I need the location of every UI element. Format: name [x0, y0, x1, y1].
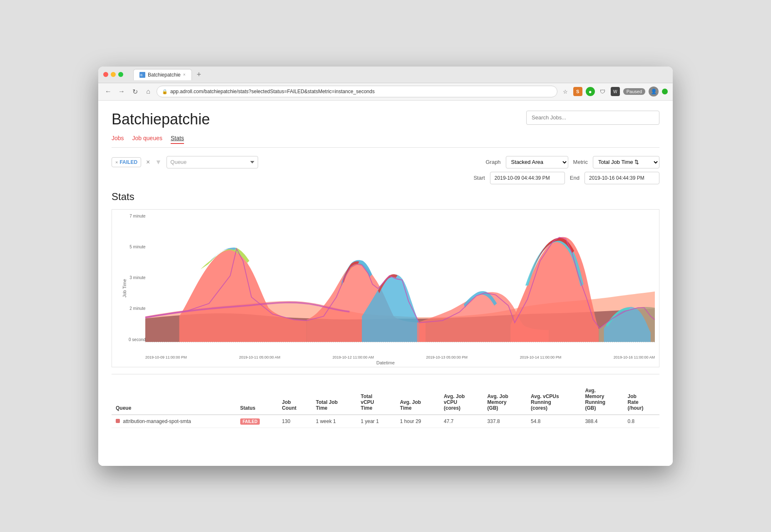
cell-job-count: 130	[278, 415, 311, 428]
tab-job-queues[interactable]: Job queues	[132, 135, 162, 144]
browser-action-buttons: ☆ S ● 🛡 W Paused 👤	[561, 87, 668, 97]
user-avatar[interactable]: 👤	[649, 87, 659, 97]
tab-close-button[interactable]: ×	[183, 72, 186, 77]
extension-icon-1[interactable]: S	[573, 87, 582, 96]
cell-avg-job-time: 1 hour 29	[396, 415, 440, 428]
start-date-input[interactable]	[490, 172, 565, 184]
col-avg-vcpus-running: Avg. vCPUsRunning(cores)	[527, 384, 581, 415]
table-row: attribution-managed-spot-smta FAILED 130…	[112, 415, 659, 428]
graph-label: Graph	[485, 159, 500, 165]
app-header: Batchiepatchie	[112, 111, 659, 128]
cell-total-vcpu-time: 1 year 1	[357, 415, 396, 428]
status-indicator	[662, 89, 668, 94]
tab-favicon: B	[139, 72, 145, 78]
stats-title: Stats	[112, 191, 659, 203]
cell-total-job-time: 1 week 1	[312, 415, 357, 428]
queue-filter-dropdown[interactable]: Queue	[167, 156, 258, 168]
titlebar: B Batchiepatchie × +	[98, 67, 673, 83]
star-icon[interactable]: ☆	[561, 87, 570, 96]
filter-tag-failed: × FAILED	[112, 157, 141, 167]
url-bar[interactable]: 🔒 app.adroll.com/batchiepatchie/stats?se…	[157, 86, 557, 97]
reload-button[interactable]: ↻	[130, 87, 140, 97]
browser-tab[interactable]: B Batchiepatchie ×	[133, 69, 192, 80]
browser-window: B Batchiepatchie × + ← → ↻ ⌂ 🔒 app.adrol…	[98, 67, 673, 466]
x-tick-2: 2019-10-11 05:00:00 AM	[239, 355, 280, 359]
cell-status: FAILED	[236, 415, 278, 428]
x-tick-4: 2019-10-13 05:00:00 PM	[426, 355, 468, 359]
col-avg-job-vcpu: Avg. JobvCPU(cores)	[440, 384, 483, 415]
table-body: attribution-managed-spot-smta FAILED 130…	[112, 415, 659, 428]
chart-container: Job Time 7 minutes 5 minutes 3 minutes 2…	[112, 209, 659, 367]
minimize-window-button[interactable]	[111, 72, 116, 77]
metric-label: Metric	[573, 159, 588, 165]
col-avg-memory-running: Avg.MemoryRunning(GB)	[581, 384, 623, 415]
graph-type-select[interactable]: Stacked Area Line Bar	[506, 156, 568, 168]
filter-divider: ▼	[155, 158, 162, 166]
x-tick-6: 2019-10-16 11:00:00 AM	[614, 355, 655, 359]
y-tick-3: 3 minutes	[129, 275, 148, 280]
status-badge: FAILED	[240, 418, 260, 425]
col-status: Status	[236, 384, 278, 415]
filter-remove-icon[interactable]: ×	[115, 160, 118, 165]
extension-icon-2[interactable]: ●	[586, 87, 595, 96]
close-window-button[interactable]	[103, 72, 108, 77]
cell-avg-memory-running: 388.4	[581, 415, 623, 428]
start-label: Start	[473, 175, 485, 181]
paused-badge: Paused	[623, 88, 645, 95]
filter-label: FAILED	[119, 159, 137, 165]
stats-section: Stats Job Time 7 minutes 5 minutes 3 min…	[112, 191, 659, 428]
col-total-vcpu-time: TotalvCPUTime	[357, 384, 396, 415]
col-avg-job-memory: Avg. JobMemory(GB)	[483, 384, 527, 415]
x-tick-5: 2019-10-14 11:00:00 PM	[520, 355, 562, 359]
nav-tabs: Jobs Job queues Stats	[112, 135, 659, 148]
tab-jobs[interactable]: Jobs	[112, 135, 124, 144]
graph-controls: Graph Stacked Area Line Bar Metric Total…	[473, 156, 659, 184]
end-date-input[interactable]	[584, 172, 659, 184]
col-queue: Queue	[112, 384, 236, 415]
home-button[interactable]: ⌂	[143, 87, 153, 97]
extension-icon-3[interactable]: 🛡	[598, 87, 607, 96]
table-header: Queue Status JobCount Total JobTime Tota…	[112, 384, 659, 415]
chart-svg-area	[145, 214, 655, 342]
lock-icon: 🔒	[162, 89, 168, 94]
date-range-row: Start End	[473, 172, 659, 184]
y-axis-label: Job Time	[122, 279, 127, 297]
graph-metric-row: Graph Stacked Area Line Bar Metric Total…	[485, 156, 659, 168]
cell-job-rate: 0.8	[624, 415, 659, 428]
filter-clear-button[interactable]: ×	[146, 158, 150, 166]
cell-avg-vcpus-running: 54.8	[527, 415, 581, 428]
col-job-rate: JobRate(/hour)	[624, 384, 659, 415]
y-tick-7: 7 minutes	[129, 214, 148, 218]
cell-queue: attribution-managed-spot-smta	[112, 415, 236, 428]
x-axis-labels: 2019-10-09 11:00:00 PM 2019-10-11 05:00:…	[145, 355, 655, 359]
traffic-lights	[103, 72, 123, 77]
new-tab-button[interactable]: +	[197, 70, 201, 79]
end-label: End	[570, 175, 579, 181]
col-avg-job-time: Avg. JobTime	[396, 384, 440, 415]
extension-icon-4[interactable]: W	[611, 87, 620, 96]
metric-select[interactable]: Total Job Time ⇅ Job Count Total vCPU Ti…	[593, 156, 659, 168]
x-tick-3: 2019-10-12 11:00:00 AM	[333, 355, 374, 359]
cell-avg-job-vcpu: 47.7	[440, 415, 483, 428]
search-input[interactable]	[526, 111, 659, 125]
y-tick-2: 2 minutes	[129, 306, 148, 311]
app-title: Batchiepatchie	[112, 111, 210, 128]
y-tick-5: 5 minutes	[129, 245, 148, 249]
svg-text:B: B	[140, 73, 142, 77]
main-content: Batchiepatchie Jobs Job queues Stats × F…	[98, 101, 673, 466]
cell-avg-job-memory: 337.8	[483, 415, 527, 428]
y-axis-ticks: 7 minutes 5 minutes 3 minutes 2 minutes …	[129, 214, 148, 342]
back-button[interactable]: ←	[103, 87, 113, 97]
row-color-indicator	[116, 419, 120, 423]
chart-svg	[145, 214, 655, 342]
url-text: app.adroll.com/batchiepatchie/stats?sele…	[170, 89, 375, 94]
col-total-job-time: Total JobTime	[312, 384, 357, 415]
y-tick-0: 0 seconds	[129, 337, 148, 342]
address-bar: ← → ↻ ⌂ 🔒 app.adroll.com/batchiepatchie/…	[98, 83, 673, 101]
fullscreen-window-button[interactable]	[118, 72, 123, 77]
x-tick-1: 2019-10-09 11:00:00 PM	[145, 355, 187, 359]
stats-table: Queue Status JobCount Total JobTime Tota…	[112, 384, 659, 428]
forward-button[interactable]: →	[117, 87, 127, 97]
col-job-count: JobCount	[278, 384, 311, 415]
tab-stats[interactable]: Stats	[171, 135, 184, 144]
